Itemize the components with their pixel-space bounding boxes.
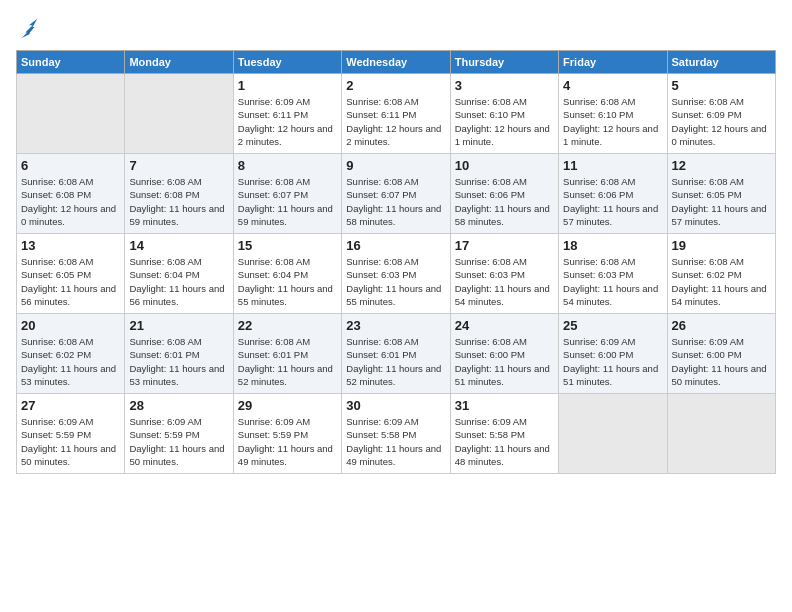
calendar-cell: 27Sunrise: 6:09 AMSunset: 5:59 PMDayligh… [17,394,125,474]
calendar-cell: 4Sunrise: 6:08 AMSunset: 6:10 PMDaylight… [559,74,667,154]
weekday-header: Wednesday [342,51,450,74]
day-info: Sunrise: 6:08 AMSunset: 6:07 PMDaylight:… [238,175,337,228]
day-info: Sunrise: 6:08 AMSunset: 6:11 PMDaylight:… [346,95,445,148]
day-number: 21 [129,318,228,333]
day-info: Sunrise: 6:08 AMSunset: 6:01 PMDaylight:… [129,335,228,388]
calendar-cell: 22Sunrise: 6:08 AMSunset: 6:01 PMDayligh… [233,314,341,394]
calendar-cell: 16Sunrise: 6:08 AMSunset: 6:03 PMDayligh… [342,234,450,314]
day-info: Sunrise: 6:08 AMSunset: 6:08 PMDaylight:… [129,175,228,228]
calendar-cell: 11Sunrise: 6:08 AMSunset: 6:06 PMDayligh… [559,154,667,234]
weekday-header: Friday [559,51,667,74]
day-number: 26 [672,318,771,333]
calendar-cell: 10Sunrise: 6:08 AMSunset: 6:06 PMDayligh… [450,154,558,234]
calendar-cell: 1Sunrise: 6:09 AMSunset: 6:11 PMDaylight… [233,74,341,154]
calendar-cell: 19Sunrise: 6:08 AMSunset: 6:02 PMDayligh… [667,234,775,314]
calendar-cell: 12Sunrise: 6:08 AMSunset: 6:05 PMDayligh… [667,154,775,234]
day-info: Sunrise: 6:09 AMSunset: 5:59 PMDaylight:… [129,415,228,468]
calendar-week-row: 27Sunrise: 6:09 AMSunset: 5:59 PMDayligh… [17,394,776,474]
day-number: 12 [672,158,771,173]
calendar-cell: 26Sunrise: 6:09 AMSunset: 6:00 PMDayligh… [667,314,775,394]
calendar-cell: 31Sunrise: 6:09 AMSunset: 5:58 PMDayligh… [450,394,558,474]
day-number: 25 [563,318,662,333]
logo [16,16,40,38]
day-info: Sunrise: 6:08 AMSunset: 6:06 PMDaylight:… [455,175,554,228]
calendar-cell: 25Sunrise: 6:09 AMSunset: 6:00 PMDayligh… [559,314,667,394]
day-info: Sunrise: 6:09 AMSunset: 6:11 PMDaylight:… [238,95,337,148]
calendar-cell: 28Sunrise: 6:09 AMSunset: 5:59 PMDayligh… [125,394,233,474]
day-number: 28 [129,398,228,413]
calendar-cell: 18Sunrise: 6:08 AMSunset: 6:03 PMDayligh… [559,234,667,314]
day-info: Sunrise: 6:08 AMSunset: 6:02 PMDaylight:… [21,335,120,388]
day-info: Sunrise: 6:08 AMSunset: 6:01 PMDaylight:… [238,335,337,388]
calendar-cell: 15Sunrise: 6:08 AMSunset: 6:04 PMDayligh… [233,234,341,314]
day-number: 10 [455,158,554,173]
day-number: 18 [563,238,662,253]
day-number: 3 [455,78,554,93]
day-number: 6 [21,158,120,173]
day-number: 16 [346,238,445,253]
logo-bird-icon [18,16,40,38]
day-number: 31 [455,398,554,413]
calendar-cell: 5Sunrise: 6:08 AMSunset: 6:09 PMDaylight… [667,74,775,154]
day-info: Sunrise: 6:09 AMSunset: 6:00 PMDaylight:… [563,335,662,388]
calendar-week-row: 6Sunrise: 6:08 AMSunset: 6:08 PMDaylight… [17,154,776,234]
calendar-cell [559,394,667,474]
calendar-cell: 3Sunrise: 6:08 AMSunset: 6:10 PMDaylight… [450,74,558,154]
day-number: 9 [346,158,445,173]
day-number: 8 [238,158,337,173]
day-number: 27 [21,398,120,413]
page-header [16,16,776,38]
header-row: SundayMondayTuesdayWednesdayThursdayFrid… [17,51,776,74]
day-info: Sunrise: 6:08 AMSunset: 6:03 PMDaylight:… [455,255,554,308]
weekday-header: Tuesday [233,51,341,74]
day-info: Sunrise: 6:08 AMSunset: 6:04 PMDaylight:… [238,255,337,308]
day-info: Sunrise: 6:08 AMSunset: 6:03 PMDaylight:… [563,255,662,308]
day-number: 17 [455,238,554,253]
day-info: Sunrise: 6:08 AMSunset: 6:05 PMDaylight:… [672,175,771,228]
day-number: 1 [238,78,337,93]
day-number: 14 [129,238,228,253]
weekday-header: Monday [125,51,233,74]
day-info: Sunrise: 6:08 AMSunset: 6:08 PMDaylight:… [21,175,120,228]
day-number: 2 [346,78,445,93]
day-info: Sunrise: 6:09 AMSunset: 5:58 PMDaylight:… [455,415,554,468]
calendar-cell: 8Sunrise: 6:08 AMSunset: 6:07 PMDaylight… [233,154,341,234]
calendar-cell: 13Sunrise: 6:08 AMSunset: 6:05 PMDayligh… [17,234,125,314]
day-info: Sunrise: 6:08 AMSunset: 6:10 PMDaylight:… [563,95,662,148]
calendar-cell: 6Sunrise: 6:08 AMSunset: 6:08 PMDaylight… [17,154,125,234]
day-number: 20 [21,318,120,333]
day-info: Sunrise: 6:09 AMSunset: 6:00 PMDaylight:… [672,335,771,388]
day-info: Sunrise: 6:09 AMSunset: 5:58 PMDaylight:… [346,415,445,468]
day-info: Sunrise: 6:08 AMSunset: 6:07 PMDaylight:… [346,175,445,228]
calendar-week-row: 20Sunrise: 6:08 AMSunset: 6:02 PMDayligh… [17,314,776,394]
weekday-header: Saturday [667,51,775,74]
day-info: Sunrise: 6:08 AMSunset: 6:06 PMDaylight:… [563,175,662,228]
day-number: 24 [455,318,554,333]
calendar-week-row: 1Sunrise: 6:09 AMSunset: 6:11 PMDaylight… [17,74,776,154]
day-info: Sunrise: 6:09 AMSunset: 5:59 PMDaylight:… [21,415,120,468]
day-number: 22 [238,318,337,333]
calendar-cell: 30Sunrise: 6:09 AMSunset: 5:58 PMDayligh… [342,394,450,474]
day-number: 11 [563,158,662,173]
calendar-cell: 7Sunrise: 6:08 AMSunset: 6:08 PMDaylight… [125,154,233,234]
calendar-cell: 9Sunrise: 6:08 AMSunset: 6:07 PMDaylight… [342,154,450,234]
day-info: Sunrise: 6:08 AMSunset: 6:04 PMDaylight:… [129,255,228,308]
day-number: 30 [346,398,445,413]
day-info: Sunrise: 6:08 AMSunset: 6:01 PMDaylight:… [346,335,445,388]
day-number: 15 [238,238,337,253]
day-number: 19 [672,238,771,253]
calendar-cell [667,394,775,474]
day-number: 4 [563,78,662,93]
calendar-cell: 14Sunrise: 6:08 AMSunset: 6:04 PMDayligh… [125,234,233,314]
calendar-week-row: 13Sunrise: 6:08 AMSunset: 6:05 PMDayligh… [17,234,776,314]
calendar-table: SundayMondayTuesdayWednesdayThursdayFrid… [16,50,776,474]
day-info: Sunrise: 6:08 AMSunset: 6:09 PMDaylight:… [672,95,771,148]
weekday-header: Thursday [450,51,558,74]
day-number: 29 [238,398,337,413]
day-info: Sunrise: 6:08 AMSunset: 6:02 PMDaylight:… [672,255,771,308]
day-info: Sunrise: 6:08 AMSunset: 6:03 PMDaylight:… [346,255,445,308]
calendar-cell [125,74,233,154]
day-info: Sunrise: 6:09 AMSunset: 5:59 PMDaylight:… [238,415,337,468]
calendar-cell [17,74,125,154]
calendar-cell: 24Sunrise: 6:08 AMSunset: 6:00 PMDayligh… [450,314,558,394]
